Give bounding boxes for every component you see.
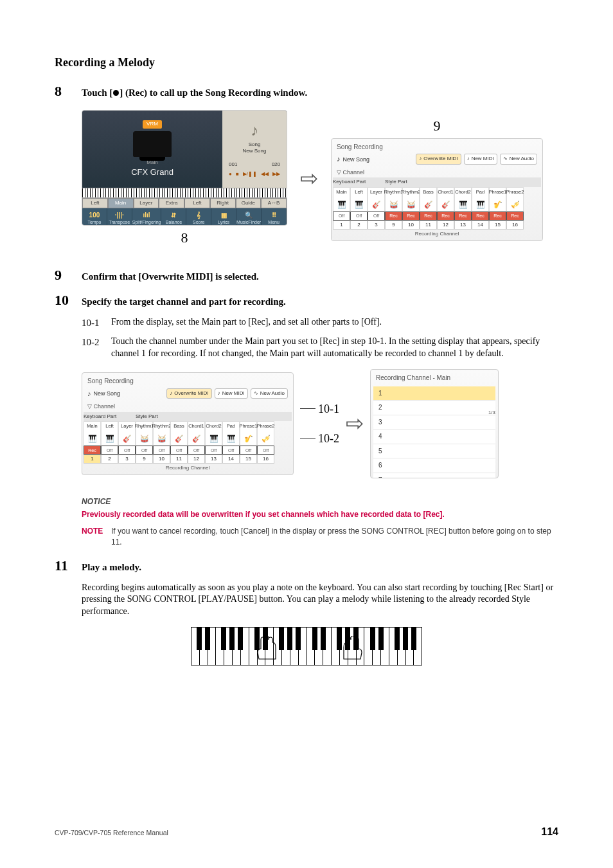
sr-num-3[interactable]: 3 (118, 455, 136, 464)
transport-play-icon[interactable]: ▶/❚❚ (243, 171, 257, 178)
menu-label[interactable]: Menu (268, 219, 280, 225)
sr-col-bass[interactable]: Bass🎸 (420, 187, 437, 212)
sr-rec-layer[interactable]: Off (118, 446, 136, 455)
tab-overwrite-midi[interactable]: ♪Overwrite MIDI (166, 388, 211, 399)
sr-col-pad[interactable]: Pad🎹 (472, 187, 489, 212)
sr-col-c2[interactable]: Chord2🎹 (454, 187, 472, 212)
sr-rec-bass[interactable]: Rec (420, 212, 437, 221)
score-label[interactable]: Score (193, 219, 204, 225)
sr-col-r2[interactable]: Rhythm2🥁 (402, 187, 420, 212)
sr-rec-layer[interactable]: Off (368, 212, 385, 221)
lyrics-label[interactable]: Lyrics (218, 219, 229, 225)
tab-new-midi[interactable]: ♪New MIDI (464, 154, 497, 165)
sr-num-16[interactable]: 16 (257, 455, 274, 464)
sr-col-p2[interactable]: Phrase2🎺 (506, 187, 524, 212)
sr-rec-c2[interactable]: Rec (454, 212, 472, 221)
tab-left[interactable]: Left (82, 198, 108, 208)
sr-rec-left[interactable]: Off (350, 212, 368, 221)
sr-num-15[interactable]: 15 (240, 455, 257, 464)
sr-rec-p1[interactable]: Off (240, 446, 257, 455)
tab-main[interactable]: Main (108, 198, 134, 208)
tab-overwrite-midi[interactable]: ♪Overwrite MIDI (416, 154, 461, 165)
sr-col-r1[interactable]: Rhythm1🥁 (136, 421, 153, 446)
sr-num-12[interactable]: 12 (437, 221, 454, 230)
tab-extra[interactable]: Extra (159, 198, 184, 208)
tab-layer[interactable]: Layer (134, 198, 159, 208)
sr-num-10[interactable]: 10 (153, 455, 170, 464)
sr-num-1[interactable]: 1 (333, 221, 350, 230)
tab-new-audio[interactable]: ∿New Audio (251, 388, 288, 399)
sr-col-main[interactable]: Main🎹 (333, 187, 350, 212)
sr-col-c1[interactable]: Chord1🎸 (188, 421, 205, 446)
rc-item-2[interactable]: 2 (373, 401, 495, 415)
tab-song-left[interactable]: Left (184, 198, 210, 208)
tab-song-right[interactable]: Right (210, 198, 236, 208)
tab-new-midi[interactable]: ♪New MIDI (215, 388, 248, 399)
sr-col-p1[interactable]: Phrase1🎷 (240, 421, 257, 446)
finder-label[interactable]: MusicFinder (236, 219, 261, 225)
sr-rec-pad[interactable]: Rec (472, 212, 489, 221)
sr-num-1[interactable]: 1 (84, 455, 101, 464)
transport-rew-icon[interactable]: ◀◀ (261, 171, 269, 178)
sr-rec-main[interactable]: Rec (84, 446, 101, 455)
tab-guide[interactable]: Guide (236, 198, 262, 208)
rc-item-7[interactable]: 7▼ (373, 473, 495, 479)
sr-rec-r2[interactable]: Off (153, 446, 170, 455)
rc-item-6[interactable]: 6 (373, 458, 495, 473)
transport-stop-icon[interactable]: ■ (236, 171, 239, 178)
sr-col-c2[interactable]: Chord2🎹 (205, 421, 222, 446)
split-label[interactable]: Split/Fingering (132, 219, 161, 225)
sr-num-3[interactable]: 3 (368, 221, 385, 230)
sr-rec-p2[interactable]: Off (257, 446, 274, 455)
rc-item-4[interactable]: 4 (373, 429, 495, 444)
sr-num-16[interactable]: 16 (506, 221, 524, 230)
sr-num-14[interactable]: 14 (472, 221, 489, 230)
sr-col-pad[interactable]: Pad🎹 (222, 421, 240, 446)
sr-rec-r2[interactable]: Rec (402, 212, 420, 221)
sr-rec-bass[interactable]: Off (170, 446, 188, 455)
sr-num-9[interactable]: 9 (385, 221, 402, 230)
sr-num-15[interactable]: 15 (489, 221, 506, 230)
sr-rec-main[interactable]: Off (333, 212, 350, 221)
sr-num-11[interactable]: 11 (170, 455, 188, 464)
sr-rec-c2[interactable]: Off (205, 446, 222, 455)
sr-num-9[interactable]: 9 (136, 455, 153, 464)
sr-rec-pad[interactable]: Off (222, 446, 240, 455)
sr-num-14[interactable]: 14 (222, 455, 240, 464)
sr-col-bass[interactable]: Bass🎸 (170, 421, 188, 446)
balance-label[interactable]: Balance (166, 219, 182, 225)
sr-col-r2[interactable]: Rhythm2🥁 (153, 421, 170, 446)
sr-col-p2[interactable]: Phrase2🎺 (257, 421, 274, 446)
sr-num-13[interactable]: 13 (205, 455, 222, 464)
tab-ab[interactable]: A↔B (261, 198, 287, 208)
sr-num-2[interactable]: 2 (350, 221, 368, 230)
sr-num-10[interactable]: 10 (402, 221, 420, 230)
sr-num-12[interactable]: 12 (188, 455, 205, 464)
rc-item-1[interactable]: 1 (373, 386, 495, 401)
sr-num-11[interactable]: 11 (420, 221, 437, 230)
sr-rec-c1[interactable]: Off (188, 446, 205, 455)
sr-col-layer[interactable]: Layer🎸 (118, 421, 136, 446)
sr-rec-r1[interactable]: Off (136, 446, 153, 455)
sr-col-left[interactable]: Left🎹 (101, 421, 118, 446)
sr-num-2[interactable]: 2 (101, 455, 118, 464)
chevron-down-icon[interactable]: ▽ (337, 169, 341, 176)
rc-item-5[interactable]: 5 (373, 444, 495, 459)
transport-ff-icon[interactable]: ▶▶ (272, 171, 280, 178)
sr-rec-c1[interactable]: Rec (437, 212, 454, 221)
tab-new-audio[interactable]: ∿New Audio (500, 154, 537, 165)
chevron-down-icon[interactable]: ▽ (87, 403, 92, 410)
sr-col-c1[interactable]: Chord1🎸 (437, 187, 454, 212)
sr-num-13[interactable]: 13 (454, 221, 472, 230)
sr-rec-r1[interactable]: Rec (385, 212, 402, 221)
sr-rec-left[interactable]: Off (101, 446, 118, 455)
sr-rec-p1[interactable]: Rec (489, 212, 506, 221)
tempo-label[interactable]: Tempo (87, 219, 101, 225)
sr-col-main[interactable]: Main🎹 (84, 421, 101, 446)
sr-rec-p2[interactable]: Rec (506, 212, 524, 221)
sr-col-left[interactable]: Left🎹 (350, 187, 368, 212)
sr-col-layer[interactable]: Layer🎸 (368, 187, 385, 212)
sr-col-r1[interactable]: Rhythm1🥁 (385, 187, 402, 212)
chevron-down-icon[interactable]: ▼ (484, 476, 490, 479)
rc-item-3[interactable]: 3 (373, 415, 495, 430)
